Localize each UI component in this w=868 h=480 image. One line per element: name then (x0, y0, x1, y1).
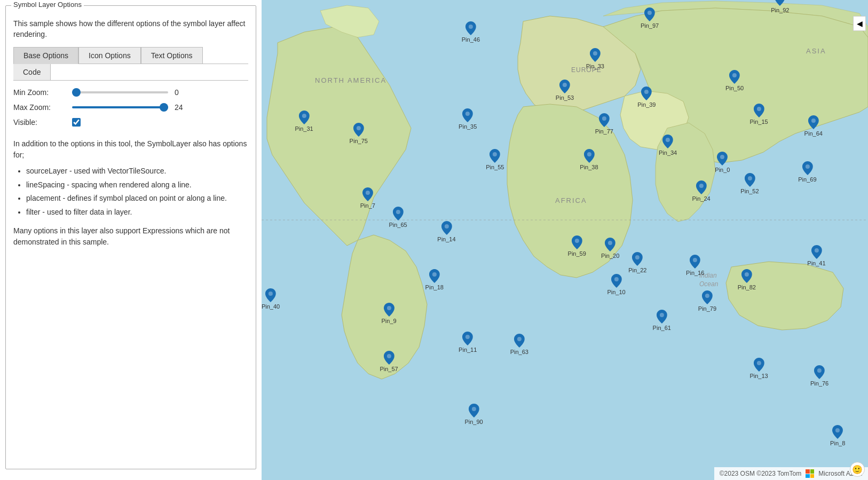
svg-point-38 (660, 313, 664, 317)
pin-marker[interactable]: Pin_9 (381, 303, 396, 324)
bullet-item-1: sourceLayer - used with VectorTileSource… (26, 166, 248, 177)
svg-point-44 (517, 337, 522, 341)
pin-marker[interactable]: Pin_82 (738, 269, 756, 290)
min-zoom-slider[interactable] (72, 91, 168, 93)
pin-marker[interactable]: Pin_90 (464, 404, 483, 425)
pin-marker[interactable]: Pin_59 (568, 235, 586, 257)
pin-marker[interactable]: Pin_7 (360, 187, 375, 209)
svg-point-46 (817, 368, 822, 373)
pin-marker[interactable]: Pin_79 (698, 290, 716, 312)
pin-marker[interactable]: Pin_22 (628, 252, 646, 273)
pin-marker[interactable]: Pin_97 (641, 7, 659, 29)
svg-point-11 (593, 51, 597, 56)
pin-marker[interactable]: Pin_13 (749, 358, 768, 379)
pin-label: Pin_52 (740, 188, 759, 194)
pin-icon (808, 115, 819, 129)
pin-label: Pin_18 (425, 284, 444, 290)
pin-marker[interactable]: Pin_16 (686, 255, 704, 276)
pin-marker[interactable]: Pin_75 (350, 123, 368, 144)
pin-label: Pin_76 (810, 380, 828, 387)
pin-marker[interactable]: Pin_61 (653, 310, 671, 331)
pin-marker[interactable]: Pin_64 (804, 115, 823, 137)
pin-icon (590, 48, 601, 62)
max-zoom-value: 24 (175, 103, 191, 112)
pin-label: Pin_41 (807, 260, 825, 266)
svg-point-9 (469, 25, 473, 29)
svg-point-21 (699, 184, 704, 188)
pin-marker[interactable]: Pin_24 (692, 180, 710, 202)
pin-label: Pin_92 (771, 7, 789, 13)
svg-point-20 (720, 155, 724, 159)
pin-marker[interactable]: Pin_8 (830, 425, 845, 446)
emoji-button[interactable]: 🙂 (850, 462, 865, 477)
tab-icon-options[interactable]: Icon Options (78, 47, 141, 64)
pin-icon (393, 207, 404, 221)
pin-label: Pin_53 (556, 95, 574, 101)
pin-marker[interactable]: Pin_33 (586, 48, 604, 69)
max-zoom-label: Max Zoom: (13, 103, 72, 112)
svg-point-40 (814, 248, 818, 253)
pin-marker[interactable]: Pin_55 (486, 149, 504, 170)
tab-code[interactable]: Code (13, 64, 51, 80)
svg-point-35 (614, 277, 619, 281)
pin-icon (717, 152, 728, 166)
pin-label: Pin_7 (360, 202, 375, 209)
pin-marker[interactable]: Pin_20 (601, 238, 619, 259)
tab-text-options[interactable]: Text Options (141, 47, 203, 64)
pin-marker[interactable]: Pin_11 (459, 332, 477, 353)
pin-label: Pin_16 (686, 270, 704, 276)
svg-point-17 (602, 116, 606, 121)
pin-marker[interactable]: Pin_46 (462, 21, 480, 43)
pin-marker[interactable]: Pin_65 (389, 207, 407, 228)
pin-icon (599, 113, 610, 127)
tab-base-options[interactable]: Base Options (13, 47, 78, 64)
pin-label: Pin_39 (637, 101, 656, 108)
pin-icon (690, 255, 700, 269)
pin-marker[interactable]: Pin_52 (740, 173, 759, 194)
pin-marker[interactable]: Pin_40 (262, 288, 280, 310)
pin-marker[interactable]: Pin_15 (749, 104, 768, 125)
pin-marker[interactable]: Pin_63 (510, 334, 528, 355)
pin-marker[interactable]: Pin_50 (725, 70, 744, 91)
pin-icon (754, 358, 764, 372)
bullet-item-2: lineSpacing - spacing when rendered alon… (26, 180, 248, 191)
svg-point-16 (644, 90, 649, 94)
svg-point-28 (366, 191, 370, 195)
pin-icon (429, 269, 440, 283)
pin-marker[interactable]: Pin_0 (715, 152, 730, 173)
pin-marker[interactable]: Pin_39 (637, 86, 656, 108)
pin-icon (832, 425, 843, 439)
pin-icon (802, 161, 812, 175)
pin-icon (441, 221, 452, 235)
pin-marker[interactable]: Pin_53 (556, 80, 574, 101)
pin-marker[interactable]: Pin_35 (459, 108, 477, 130)
map-footer: ©2023 OSM ©2023 TomTom Microsoft Azure (714, 467, 868, 480)
visible-checkbox[interactable] (72, 118, 81, 127)
pin-marker[interactable]: Pin_92 (771, 0, 789, 13)
pin-marker[interactable]: Pin_34 (659, 135, 677, 156)
pin-icon (465, 21, 476, 35)
max-zoom-slider[interactable] (72, 106, 168, 108)
visible-row: Visible: (13, 118, 248, 127)
pin-marker[interactable]: Pin_41 (807, 245, 825, 266)
bullet-item-4: filter - used to filter data in layer. (26, 207, 248, 218)
collapse-button[interactable]: ◀ (853, 16, 866, 31)
footer-info-text: Many options in this layer also support … (13, 225, 248, 248)
pin-label: Pin_75 (350, 138, 368, 144)
svg-point-32 (575, 239, 579, 243)
pin-marker[interactable]: Pin_38 (580, 149, 598, 170)
pin-marker[interactable]: Pin_14 (437, 221, 455, 242)
pin-marker[interactable]: Pin_77 (595, 113, 613, 135)
pin-marker[interactable]: Pin_76 (810, 365, 828, 387)
pin-marker[interactable]: Pin_57 (380, 351, 398, 372)
pin-marker[interactable]: Pin_10 (607, 274, 625, 295)
svg-point-43 (465, 335, 470, 339)
pin-marker[interactable]: Pin_69 (798, 161, 816, 183)
map-svg: NORTH AMERICA ASIA EUROPE AFRICA Indian … (262, 0, 868, 480)
pin-marker[interactable]: Pin_18 (425, 269, 444, 290)
pin-marker[interactable]: Pin_31 (295, 111, 313, 132)
svg-point-47 (472, 407, 476, 411)
map-area[interactable]: ◀ NORTH AMERICA ASIA EUROPE AFRICA (262, 0, 868, 480)
pin-icon (729, 70, 740, 84)
pin-icon (811, 245, 822, 259)
